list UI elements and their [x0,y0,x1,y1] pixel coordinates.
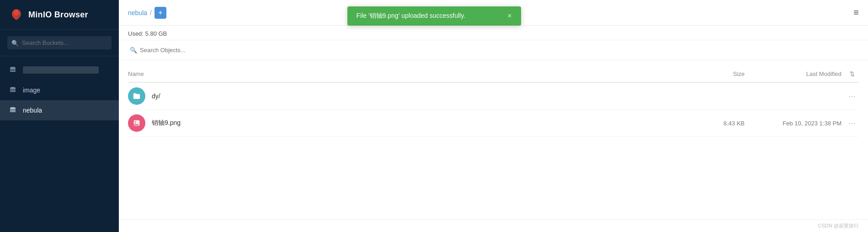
upload-success-notification: File '销轴9.png' uploaded successfully. × [347,6,521,26]
bucket-item-image[interactable]: image ⋮ [0,80,119,100]
file-table: Name Size Last Modified ⇅ dy/ ··· [119,60,868,219]
folder-icon [128,87,145,105]
breadcrumb-bucket[interactable]: nebula [128,9,147,16]
col-modified-header: Last Modified [745,70,845,77]
notification-message: File '销轴9.png' uploaded successfully. [357,12,466,20]
table-row[interactable]: 销轴9.png 8.43 KB Feb 10, 2023 1:38 PM ··· [128,110,859,137]
file-name: 销轴9.png [152,119,690,127]
table-row[interactable]: dy/ ··· [128,83,859,110]
col-name-header: Name [128,70,690,77]
bucket-list: ■■■■■ ⋮ image ⋮ nebula ⋮ [0,56,119,232]
sidebar: MinIO Browser 🔍 ■■■■■ ⋮ [0,0,119,232]
bucket-icon-image [7,85,18,96]
svg-point-0 [10,67,16,69]
sidebar-search-section: 🔍 [0,30,119,56]
file-modified: Feb 10, 2023 1:38 PM [745,120,845,127]
notification-close-button[interactable]: × [507,12,511,20]
bucket-search-icon: 🔍 [11,39,19,46]
svg-point-2 [10,107,16,109]
minio-logo-icon [9,7,24,22]
file-size: 8.43 KB [690,120,745,127]
breadcrumb: nebula / + [128,7,166,19]
svg-point-1 [10,87,16,89]
image-file-icon [128,114,145,132]
bucket-icon-blurred [7,65,18,76]
bucket-name-nebula: nebula [23,107,99,114]
add-folder-button[interactable]: + [154,7,166,19]
footer: CSDN @寂寞旅行 [119,219,868,232]
sidebar-logo: MinIO Browser [0,0,119,30]
breadcrumb-separator: / [150,9,152,16]
svg-point-4 [135,121,136,123]
file-actions-button[interactable]: ··· [845,119,859,128]
file-actions-button[interactable]: ··· [845,92,859,101]
objects-search-section: 🔍 [119,40,868,60]
bucket-icon-nebula [7,105,18,116]
table-header: Name Size Last Modified ⇅ [128,66,859,83]
menu-icon[interactable]: ≡ [853,7,859,18]
bucket-search-input[interactable] [7,36,112,49]
storage-info: Used: 5.80 GB [119,26,868,40]
bucket-name-blurred: ■■■■■ [23,66,99,74]
objects-search-input[interactable] [128,45,238,55]
objects-search-icon: 🔍 [130,47,137,54]
footer-watermark: CSDN @寂寞旅行 [818,223,859,228]
main-content: nebula / + ≡ Used: 5.80 GB 🔍 Name Size L… [119,0,868,232]
bucket-name-image: image [23,86,99,94]
file-name: dy/ [152,92,690,100]
col-sort-button[interactable]: ⇅ [845,70,859,77]
bucket-item-blurred[interactable]: ■■■■■ ⋮ [0,60,119,80]
bucket-item-nebula[interactable]: nebula ⋮ [0,100,119,120]
col-size-header: Size [690,70,745,77]
storage-used-label: Used: 5.80 GB [128,30,167,37]
app-title: MinIO Browser [28,10,88,20]
